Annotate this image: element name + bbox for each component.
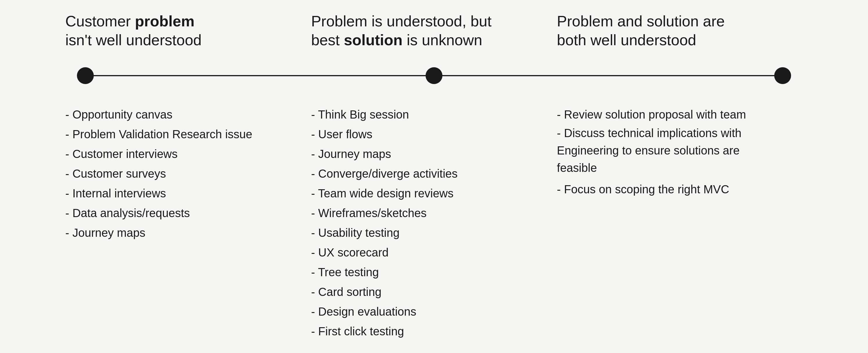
- list-item: - Problem Validation Research issue: [65, 124, 311, 144]
- main-container: Customer problemisn't well understood Pr…: [42, 0, 826, 353]
- content-col-1: - Opportunity canvas - Problem Validatio…: [65, 105, 311, 243]
- list-item: - User flows: [311, 124, 557, 144]
- dot-right: [774, 67, 791, 84]
- list-item: - Wireframes/sketches: [311, 203, 557, 223]
- timeline-row: [65, 67, 803, 84]
- list-item: - Converge/diverge activities: [311, 164, 557, 183]
- content-row: - Opportunity canvas - Problem Validatio…: [65, 105, 803, 341]
- list-item: - Data analysis/requests: [65, 203, 311, 223]
- list-item: - Think Big session: [311, 105, 557, 124]
- heading-col-1: Customer problemisn't well understood: [65, 12, 311, 49]
- heading-col-2-bold: solution: [344, 32, 402, 48]
- list-item: - Journey maps: [65, 223, 311, 243]
- heading-col-3: Problem and solution areboth well unders…: [557, 12, 803, 49]
- content-col-3: - Review solution proposal with team - D…: [557, 105, 803, 199]
- list-item: - Journey maps: [311, 144, 557, 164]
- content-col-2: - Think Big session - User flows - Journ…: [311, 105, 557, 341]
- dot-middle: [426, 67, 442, 84]
- headings-row: Customer problemisn't well understood Pr…: [65, 12, 803, 49]
- list-item: - Team wide design reviews: [311, 183, 557, 203]
- list-item: - Customer surveys: [65, 164, 311, 183]
- list-item: - Tree testing: [311, 262, 557, 282]
- heading-col-1-bold: problem: [135, 13, 194, 30]
- dot-left: [77, 67, 94, 84]
- list-item: - Design evaluations: [311, 302, 557, 321]
- list-item: - Internal interviews: [65, 183, 311, 203]
- list-item: - Usability testing: [311, 223, 557, 243]
- list-item: - Review solution proposal with team: [557, 105, 803, 124]
- list-item: - Discuss technical implications withEng…: [557, 124, 803, 176]
- list-item: - Card sorting: [311, 282, 557, 302]
- list-item: - UX scorecard: [311, 243, 557, 262]
- list-item: - Focus on scoping the right MVC: [557, 179, 803, 199]
- list-item: - First click testing: [311, 321, 557, 341]
- heading-col-2: Problem is understood, butbest solution …: [311, 12, 557, 49]
- list-item: - Customer interviews: [65, 144, 311, 164]
- list-item: - Opportunity canvas: [65, 105, 311, 124]
